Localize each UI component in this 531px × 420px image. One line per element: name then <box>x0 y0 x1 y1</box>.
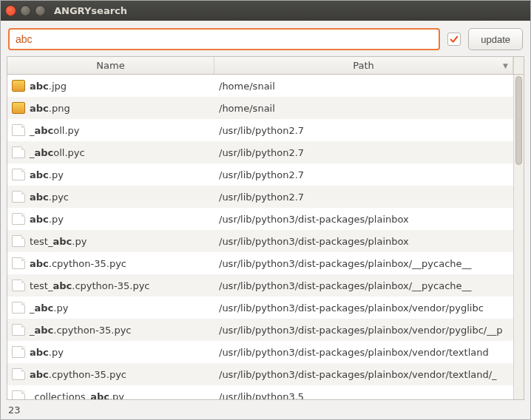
app-window: ANGRYsearch update Name Path ▼ abc.jpg/h… <box>0 0 531 420</box>
column-header-name[interactable]: Name <box>7 57 214 74</box>
cell-name: abc.py <box>7 169 214 180</box>
document-file-icon <box>12 257 25 269</box>
table-row[interactable]: abc.py/usr/lib/python2.7 <box>7 163 513 186</box>
sort-indicator-icon: ▼ <box>503 62 508 70</box>
cell-path: /home/snail <box>214 103 513 114</box>
table-row[interactable]: _abcoll.pyc/usr/lib/python2.7 <box>7 141 513 163</box>
document-file-icon <box>12 146 25 158</box>
cell-path: /usr/lib/python3.5 <box>214 391 513 400</box>
table-row[interactable]: abc.py/usr/lib/python3/dist-packages/pla… <box>7 208 513 230</box>
table-header: Name Path ▼ <box>7 57 524 75</box>
window-maximize-icon[interactable] <box>35 5 46 16</box>
vertical-scrollbar[interactable] <box>513 75 524 399</box>
document-file-icon <box>12 213 25 225</box>
table-row[interactable]: _abc.py/usr/lib/python3/dist-packages/pl… <box>7 297 513 319</box>
result-count: 23 <box>8 404 21 416</box>
document-file-icon <box>12 191 25 203</box>
table-body: abc.jpg/home/snailabc.png/home/snail_abc… <box>7 75 524 399</box>
file-name: test_abc.cpython-35.pyc <box>30 280 149 291</box>
file-name: abc.cpython-35.pyc <box>30 369 126 380</box>
window-title: ANGRYsearch <box>54 5 127 16</box>
document-file-icon <box>12 124 25 136</box>
file-name: abc.py <box>30 214 64 225</box>
cell-path: /usr/lib/python2.7 <box>214 147 513 158</box>
file-name: abc.py <box>30 347 64 358</box>
cell-name: abc.py <box>7 346 214 358</box>
file-name: abc.cpython-35.pyc <box>30 258 126 269</box>
cell-name: _abc.py <box>7 302 214 314</box>
image-file-icon <box>12 80 25 92</box>
table-row[interactable]: abc.jpg/home/snail <box>7 75 513 97</box>
cell-name: abc.cpython-35.pyc <box>7 257 214 269</box>
cell-path: /usr/lib/python3/dist-packages/plainbox <box>214 214 513 225</box>
file-name: test_abc.py <box>30 236 87 247</box>
document-file-icon <box>12 280 25 291</box>
image-file-icon <box>12 102 25 114</box>
window-close-icon[interactable] <box>5 5 16 16</box>
vertical-scrollbar-thumb[interactable] <box>515 76 522 165</box>
statusbar: 23 <box>1 403 530 419</box>
table-row[interactable]: test_abc.py/usr/lib/python3/dist-package… <box>7 230 513 252</box>
cell-path: /usr/lib/python2.7 <box>214 169 513 180</box>
cell-path: /usr/lib/python3/dist-packages/plainbox/… <box>214 347 513 358</box>
cell-name: _abc.cpython-35.pyc <box>7 324 214 336</box>
cell-path: /usr/lib/python3/dist-packages/plainbox/… <box>214 258 513 269</box>
document-file-icon <box>12 169 25 180</box>
table-row[interactable]: abc.png/home/snail <box>7 97 513 119</box>
table-row[interactable]: test_abc.cpython-35.pyc/usr/lib/python3/… <box>7 274 513 297</box>
file-name: _abcoll.pyc <box>30 147 85 158</box>
table-row[interactable]: _abcoll.py/usr/lib/python2.7 <box>7 119 513 141</box>
document-file-icon <box>12 324 25 336</box>
document-file-icon <box>12 368 25 380</box>
file-name: _collections_abc.py <box>30 391 124 400</box>
table-row[interactable]: abc.cpython-35.pyc/usr/lib/python3/dist-… <box>7 252 513 274</box>
table-row[interactable]: abc.py/usr/lib/python3/dist-packages/pla… <box>7 341 513 363</box>
table-row[interactable]: abc.pyc/usr/lib/python2.7 <box>7 186 513 208</box>
window-minimize-icon[interactable] <box>20 5 31 16</box>
cell-name: test_abc.py <box>7 235 214 247</box>
file-name: abc.png <box>30 103 70 114</box>
column-header-name-label: Name <box>96 60 124 71</box>
cell-name: _abcoll.pyc <box>7 146 214 158</box>
checkmark-icon <box>449 34 459 44</box>
results-table: Name Path ▼ abc.jpg/home/snailabc.png/ho… <box>7 56 524 400</box>
file-name: abc.jpg <box>30 81 67 92</box>
column-header-path[interactable]: Path ▼ <box>214 57 513 74</box>
cell-name: abc.png <box>7 102 214 114</box>
cell-path: /usr/lib/python3/dist-packages/plainbox/… <box>214 325 513 336</box>
document-file-icon <box>12 235 25 247</box>
column-header-path-label: Path <box>353 60 374 71</box>
cell-name: abc.py <box>7 213 214 225</box>
cell-path: /usr/lib/python3/dist-packages/plainbox/… <box>214 280 513 291</box>
cell-name: abc.pyc <box>7 191 214 203</box>
file-name: abc.py <box>30 169 64 180</box>
cell-name: test_abc.cpython-35.pyc <box>7 280 214 291</box>
cell-name: _abcoll.py <box>7 124 214 136</box>
cell-path: /usr/lib/python2.7 <box>214 125 513 136</box>
cell-path: /usr/lib/python2.7 <box>214 192 513 203</box>
document-file-icon <box>12 390 25 399</box>
table-row[interactable]: _collections_abc.py/usr/lib/python3.5 <box>7 385 513 399</box>
cell-path: /usr/lib/python3/dist-packages/plainbox/… <box>214 302 513 314</box>
cell-name: abc.jpg <box>7 80 214 92</box>
scroll-header-spacer <box>513 57 524 74</box>
toolbar: update <box>1 21 530 56</box>
cell-path: /usr/lib/python3/dist-packages/plainbox <box>214 236 513 247</box>
file-name: _abc.py <box>30 302 68 314</box>
titlebar[interactable]: ANGRYsearch <box>1 1 530 21</box>
file-name: abc.pyc <box>30 192 69 203</box>
document-file-icon <box>12 302 25 314</box>
cell-name: abc.cpython-35.pyc <box>7 368 214 380</box>
update-button[interactable]: update <box>468 28 523 50</box>
table-row[interactable]: abc.cpython-35.pyc/usr/lib/python3/dist-… <box>7 363 513 385</box>
file-name: _abc.cpython-35.pyc <box>30 325 132 336</box>
file-name: _abcoll.py <box>30 125 80 136</box>
cell-path: /home/snail <box>214 81 513 92</box>
match-checkbox[interactable] <box>447 33 461 46</box>
document-file-icon <box>12 346 25 358</box>
table-row[interactable]: _abc.cpython-35.pyc/usr/lib/python3/dist… <box>7 319 513 341</box>
cell-name: _collections_abc.py <box>7 390 214 399</box>
search-input[interactable] <box>8 28 440 50</box>
cell-path: /usr/lib/python3/dist-packages/plainbox/… <box>214 369 513 380</box>
